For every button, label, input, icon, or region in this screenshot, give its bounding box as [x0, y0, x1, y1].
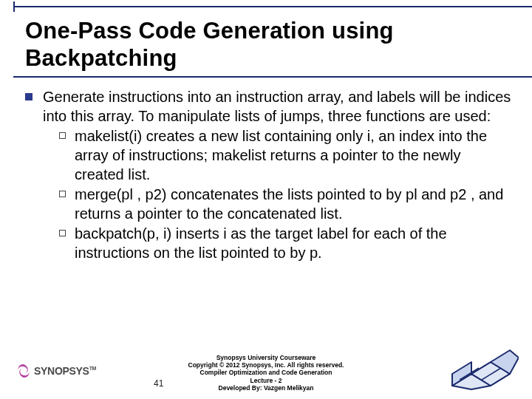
sub-bullet-item: merge(pl , p2) concatenates the lists po… [59, 185, 511, 223]
square-bullet-icon [25, 93, 33, 100]
brand-logo: SYNOPSYSTM [16, 364, 96, 378]
sub-bullet-text: backpatch(p, i) inserts i as the target … [75, 225, 511, 262]
hollow-square-bullet-icon [59, 191, 66, 197]
swirl-icon [16, 364, 31, 378]
sub-bullet-text: merge(pl , p2) concatenates the lists po… [75, 185, 511, 223]
slide: One-Pass Code Generation using Backpatch… [0, 0, 532, 399]
credit-line: Developed By: Vazgen Melikyan [188, 384, 344, 392]
bullet-text: Generate instructions into an instructio… [43, 88, 511, 264]
sub-bullet-item: backpatch(p, i) inserts i as the target … [59, 225, 511, 262]
hollow-square-bullet-icon [59, 230, 66, 236]
footer: SYNOPSYSTM 41 Synopsys University Course… [0, 341, 532, 395]
intro-text: Generate instructions into an instructio… [43, 89, 511, 124]
credit-line: Lecture - 2 [188, 377, 344, 384]
sub-bullet-item: makelist(i) creates a new list containin… [59, 127, 511, 184]
trademark: TM [89, 366, 97, 371]
rule-top [13, 6, 532, 7]
brand-name: SYNOPSYS [34, 365, 89, 377]
sub-bullet-text: makelist(i) creates a new list containin… [75, 127, 511, 184]
bullet-item: Generate instructions into an instructio… [25, 88, 511, 264]
credits: Synopsys University Courseware Copyright… [188, 354, 344, 392]
brand-text: SYNOPSYSTM [34, 365, 96, 377]
body: Generate instructions into an instructio… [21, 88, 511, 264]
credit-line: Copyright © 2012 Synopsys, Inc. All righ… [188, 361, 344, 369]
page-number: 41 [154, 378, 163, 389]
page-title: One-Pass Code Generation using Backpatch… [25, 18, 511, 72]
rule-bottom [13, 76, 532, 78]
hollow-square-bullet-icon [59, 132, 66, 139]
sublist: makelist(i) creates a new list containin… [43, 127, 511, 262]
credit-line: Compiler Optimization and Code Generatio… [188, 369, 344, 376]
geometric-logo [448, 347, 519, 390]
credit-line: Synopsys University Courseware [188, 354, 344, 361]
